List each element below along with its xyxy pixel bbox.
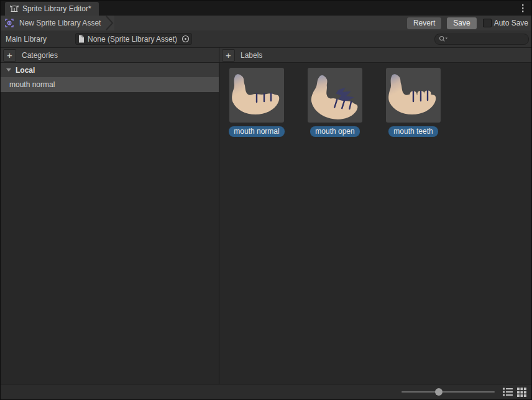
auto-save-label: Auto Save [494,19,528,27]
object-field-value: None (Sprite Library Asset) [88,35,178,44]
list-view-icon[interactable] [502,386,513,398]
grid-view-icon[interactable] [516,386,527,398]
labels-header-label: Labels [241,51,262,60]
breadcrumb-label: New Sprite Library Asset [19,19,101,27]
asset-file-icon [78,35,85,43]
main-library-object-field[interactable]: None (Sprite Library Asset) [75,33,192,45]
tab-sprite-library-editor[interactable]: Sprite Library Editor* [5,2,99,16]
category-item-mouth-normal[interactable]: mouth normal [1,77,219,92]
toolbar-actions: Revert Save Auto Save [407,17,531,29]
slider-track[interactable] [401,391,495,393]
category-group-label: Local [16,66,35,75]
breadcrumb[interactable]: New Sprite Library Asset [1,16,114,30]
revert-button[interactable]: Revert [407,17,441,29]
main-library-label: Main Library [6,35,70,44]
sprite-thumbnail-mouth-open[interactable] [308,68,362,123]
category-group-local[interactable]: Local [1,63,219,77]
label-card-mouth-teeth[interactable]: mouth teeth [386,68,441,137]
auto-save-checkbox[interactable] [483,19,492,27]
label-card-mouth-open[interactable]: mouth open [308,68,362,137]
toolbar: New Sprite Library Asset Revert Save Aut… [1,16,531,30]
kebab-menu-icon[interactable] [518,3,528,13]
tab-title: Sprite Library Editor* [22,4,91,13]
search-icon [439,35,448,43]
label-card-mouth-normal[interactable]: mouth normal [229,68,284,137]
sprite-library-editor-window: Sprite Library Editor* Ne [0,0,532,400]
bottom-bar [1,384,531,399]
labels-header-bar: + Labels [219,47,531,63]
label-pill-mouth-normal[interactable]: mouth normal [229,126,284,137]
object-picker-icon[interactable] [181,35,190,43]
sprite-thumbnail-mouth-normal[interactable] [229,68,284,123]
save-button[interactable]: Save [447,17,476,29]
categories-header-bar: + Categories [1,47,219,63]
content-area: + Categories Local mouth normal + Labels [1,47,531,384]
categories-panel: + Categories Local mouth normal [1,47,219,384]
category-item-label: mouth normal [9,80,55,89]
label-pill-mouth-teeth[interactable]: mouth teeth [388,126,438,137]
sprite-library-editor-icon [10,4,19,13]
zoom-slider-knob[interactable] [435,388,443,396]
add-category-button[interactable]: + [3,49,16,62]
search-field[interactable] [434,34,529,45]
jaw-sprite-teeth [386,68,441,123]
thumbnail-size-slider[interactable] [401,388,495,396]
tab-bar: Sprite Library Editor* [1,1,531,16]
foldout-arrow-icon [6,68,11,72]
label-pill-mouth-open[interactable]: mouth open [310,126,359,137]
breadcrumb-chevron-icon [106,16,114,30]
labels-grid: mouth normal [219,63,531,137]
add-label-button[interactable]: + [222,49,235,62]
labels-panel: + Labels [219,47,531,384]
categories-header-label: Categories [22,51,58,60]
jaw-sprite-open [308,68,362,123]
sprite-library-asset-icon [4,18,14,28]
main-library-row: Main Library None (Sprite Library Asset) [1,30,531,47]
sprite-thumbnail-mouth-teeth[interactable] [386,68,441,123]
jaw-sprite-normal [229,68,284,123]
search-input[interactable] [450,35,525,44]
